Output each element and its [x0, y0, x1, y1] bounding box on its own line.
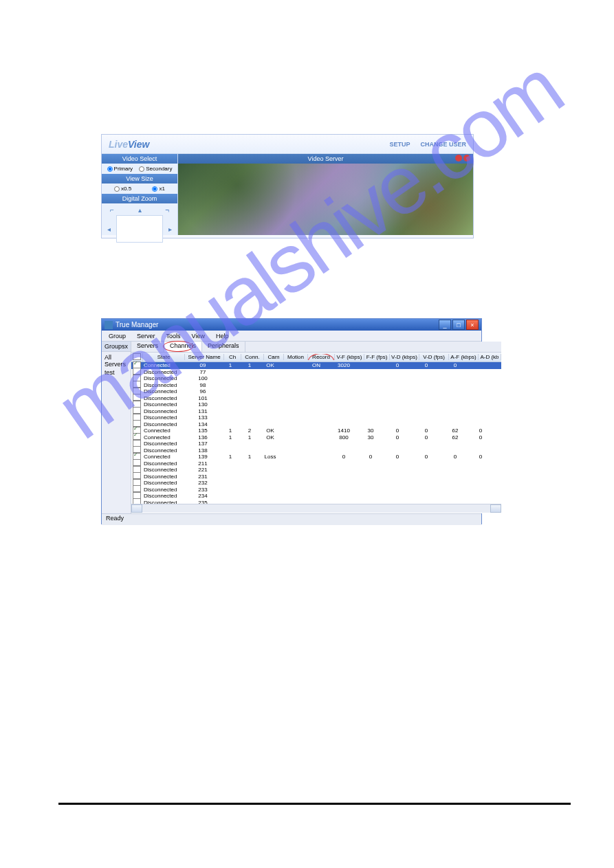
- row-checkbox[interactable]: [133, 420, 141, 427]
- groups-close-icon[interactable]: x: [125, 343, 129, 350]
- scroll-left-icon[interactable]: [131, 504, 142, 513]
- table-row[interactable]: Disconnected131: [131, 408, 501, 415]
- th-vf[interactable]: V-F (kbps): [335, 354, 364, 360]
- maximize-button[interactable]: □: [452, 320, 465, 330]
- row-checkbox[interactable]: [133, 453, 141, 460]
- secondary-radio[interactable]: Secondary: [139, 166, 172, 172]
- change-user-link[interactable]: CHANGE USER: [420, 141, 466, 148]
- table-cell: 0: [412, 427, 441, 434]
- row-checkbox[interactable]: [133, 427, 141, 434]
- row-checkbox[interactable]: [133, 414, 141, 421]
- row-checkbox[interactable]: [133, 375, 141, 381]
- table-row[interactable]: Disconnected77: [131, 369, 501, 376]
- row-checkbox[interactable]: [133, 381, 141, 388]
- row-checkbox[interactable]: [133, 479, 141, 486]
- th-check[interactable]: [131, 353, 143, 361]
- table-row[interactable]: Disconnected101: [131, 395, 501, 402]
- row-checkbox[interactable]: [133, 446, 141, 453]
- th-vd[interactable]: V-D (kbps): [390, 354, 419, 360]
- setup-link[interactable]: SETUP: [389, 141, 410, 148]
- scroll-right-icon[interactable]: [490, 504, 501, 513]
- tab-servers[interactable]: Servers: [131, 342, 164, 352]
- table-row[interactable]: Disconnected231: [131, 474, 501, 480]
- table-cell: 09: [184, 362, 222, 368]
- zoom-corner-tr-icon[interactable]: ¬: [165, 206, 169, 214]
- table-row[interactable]: Disconnected134: [131, 421, 501, 428]
- table-cell: Disconnected: [142, 480, 184, 486]
- table-row[interactable]: Disconnected137: [131, 441, 501, 447]
- table-cell: 1: [222, 434, 239, 441]
- th-conn[interactable]: Conn.: [241, 354, 264, 360]
- menu-group[interactable]: Group: [105, 333, 130, 340]
- video-min-icon[interactable]: [455, 155, 462, 162]
- th-ff[interactable]: F-F (fps): [364, 354, 390, 360]
- table-row[interactable]: Connected13611OK8003000620: [131, 434, 501, 441]
- table-cell: Connected: [142, 362, 184, 368]
- th-vd2[interactable]: V-D (fps): [419, 354, 449, 360]
- table-row[interactable]: Disconnected98: [131, 382, 501, 389]
- row-checkbox[interactable]: [133, 407, 141, 414]
- minimize-button[interactable]: _: [439, 320, 451, 330]
- th-cam[interactable]: Cam: [264, 354, 284, 360]
- horizontal-scrollbar[interactable]: [131, 504, 501, 513]
- table-row[interactable]: Disconnected232: [131, 480, 501, 487]
- x1-radio[interactable]: x1: [152, 186, 164, 192]
- table-row[interactable]: Disconnected100: [131, 375, 501, 382]
- menu-view[interactable]: View: [188, 333, 209, 340]
- table-row[interactable]: Disconnected221: [131, 467, 501, 474]
- table-cell: 1: [239, 434, 261, 441]
- table-row[interactable]: Disconnected133: [131, 414, 501, 421]
- table-row[interactable]: Disconnected211: [131, 460, 501, 467]
- x05-radio[interactable]: x0.5: [114, 186, 131, 192]
- row-checkbox[interactable]: [133, 485, 141, 492]
- row-checkbox[interactable]: [133, 440, 141, 447]
- table-row[interactable]: Connected13512OK14103000620: [131, 427, 501, 434]
- row-checkbox[interactable]: [133, 492, 141, 499]
- menu-help[interactable]: Help: [212, 333, 233, 340]
- row-checkbox[interactable]: [133, 388, 141, 394]
- th-server-name[interactable]: Server Name: [185, 354, 224, 360]
- zoom-left-icon[interactable]: ◂: [107, 225, 111, 233]
- liveview-logo: LiveView: [109, 139, 149, 150]
- table-cell: ON: [303, 362, 329, 368]
- th-af[interactable]: A-F (kbps): [449, 354, 479, 360]
- primary-radio[interactable]: Primary: [107, 166, 133, 172]
- table-row[interactable]: Disconnected138: [131, 447, 501, 454]
- table-cell: 0: [470, 454, 492, 460]
- row-checkbox[interactable]: [133, 433, 141, 440]
- table-row[interactable]: Disconnected96: [131, 388, 501, 395]
- table-row[interactable]: Connected13911Loss000000: [131, 454, 501, 460]
- th-ad[interactable]: A-D (kb: [479, 354, 501, 360]
- th-state[interactable]: State: [143, 354, 185, 360]
- row-checkbox[interactable]: [133, 401, 141, 408]
- row-checkbox[interactable]: [133, 394, 141, 401]
- row-checkbox[interactable]: [133, 472, 141, 479]
- menu-tools[interactable]: Tools: [162, 333, 185, 340]
- menu-server[interactable]: Server: [133, 333, 160, 340]
- table-row[interactable]: Disconnected234: [131, 493, 501, 500]
- table-cell: 231: [184, 474, 222, 480]
- zoom-preview[interactable]: [116, 215, 163, 243]
- video-server-title: Video Server: [178, 154, 473, 164]
- th-motion[interactable]: Motion: [284, 354, 308, 360]
- group-test[interactable]: test: [105, 368, 128, 377]
- video-close-icon[interactable]: [463, 155, 470, 162]
- row-checkbox[interactable]: [133, 361, 141, 368]
- row-checkbox[interactable]: [133, 466, 141, 473]
- table-cell: 136: [184, 434, 222, 441]
- zoom-up-icon[interactable]: ▴: [138, 206, 142, 214]
- th-record[interactable]: Record: [308, 354, 335, 360]
- table-row[interactable]: Connected0911OKON3020000: [131, 362, 501, 369]
- tab-channels[interactable]: Channels: [164, 342, 202, 352]
- row-checkbox[interactable]: [133, 368, 141, 375]
- close-button[interactable]: ×: [466, 320, 479, 330]
- th-ch[interactable]: Ch: [224, 354, 241, 360]
- zoom-corner-tl-icon[interactable]: ⌐: [110, 206, 114, 214]
- group-all-servers[interactable]: All Servers: [105, 353, 128, 368]
- table-row[interactable]: Disconnected233: [131, 487, 501, 493]
- table-cell: OK: [261, 362, 280, 368]
- zoom-right-icon[interactable]: ▸: [168, 225, 172, 233]
- tab-peripherals[interactable]: Peripherals: [202, 342, 245, 352]
- row-checkbox[interactable]: [133, 459, 141, 466]
- table-row[interactable]: Disconnected130: [131, 401, 501, 408]
